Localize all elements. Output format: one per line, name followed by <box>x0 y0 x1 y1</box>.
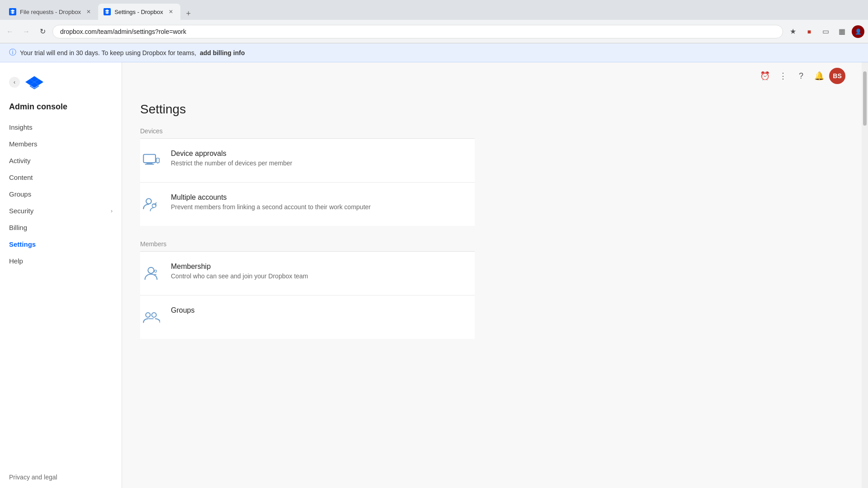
sidebar-item-activity[interactable]: Activity <box>0 152 122 169</box>
sidebar-item-help[interactable]: Help <box>0 253 122 269</box>
tab-title-2: Settings - Dropbox <box>114 9 163 15</box>
extensions-icon[interactable]: ▭ <box>819 25 832 38</box>
url-text: dropbox.com/team/admin/settings?role=wor… <box>60 28 775 35</box>
sidebar-item-billing[interactable]: Billing <box>0 219 122 236</box>
new-tab-button[interactable]: + <box>182 7 195 20</box>
svg-point-8 <box>155 270 157 272</box>
groups-settings-item[interactable]: Groups <box>140 296 475 339</box>
reload-button[interactable]: ↻ <box>36 25 49 38</box>
multiple-accounts-desc: Prevent members from linking a second ac… <box>171 203 475 211</box>
sidebar-item-groups[interactable]: Groups <box>0 186 122 202</box>
sidebar-item-settings-label: Settings <box>9 240 36 248</box>
bookmark-icon[interactable]: ★ <box>787 25 799 38</box>
info-banner: ⓘ Your trial will end in 30 days. To kee… <box>0 43 868 62</box>
membership-text: Membership Control who can see and join … <box>171 263 475 280</box>
sidebar-item-members-label: Members <box>9 140 38 148</box>
tab-file-requests[interactable]: File requests - Dropbox ✕ <box>4 4 98 20</box>
content-area: Settings Devices <box>122 84 862 488</box>
devices-settings-group: Device approvals Restrict the number of … <box>140 139 475 226</box>
svg-point-7 <box>148 267 154 273</box>
device-approvals-title: Device approvals <box>171 150 475 158</box>
browser-profile-avatar[interactable]: 👤 <box>852 25 864 38</box>
url-bar[interactable]: dropbox.com/team/admin/settings?role=wor… <box>52 25 783 38</box>
devices-section-label: Devices <box>140 127 475 139</box>
scrollbar-thumb[interactable] <box>863 71 867 126</box>
sidebar-item-help-label: Help <box>9 257 23 265</box>
multiple-accounts-title: Multiple accounts <box>171 193 475 202</box>
page-title: Settings <box>140 102 475 117</box>
svg-rect-4 <box>157 163 158 164</box>
sidebar-logo-area: ‹ <box>0 62 122 99</box>
scrollbar[interactable] <box>862 62 868 488</box>
address-right-icons: ★ ■ ▭ ▦ 👤 <box>787 25 864 38</box>
apps-grid-icon[interactable]: ⋮ <box>775 68 791 84</box>
device-approvals-desc: Restrict the number of devices per membe… <box>171 160 475 167</box>
sidebar-item-content-label: Content <box>9 174 33 181</box>
svg-rect-1 <box>146 163 152 164</box>
sidebar-item-insights[interactable]: Insights <box>0 119 122 136</box>
sidebar-collapse-button[interactable]: ‹ <box>9 77 20 88</box>
sidebar-item-billing-label: Billing <box>9 224 27 231</box>
members-section-label: Members <box>140 240 475 252</box>
tab-close-2[interactable]: ✕ <box>167 8 175 16</box>
groups-settings-title: Groups <box>171 306 475 314</box>
user-profile-avatar[interactable]: BS <box>829 68 845 84</box>
address-bar: ← → ↻ dropbox.com/team/admin/settings?ro… <box>0 20 868 43</box>
sidebar-item-security-label: Security <box>9 207 33 215</box>
multiple-accounts-text: Multiple accounts Prevent members from l… <box>171 193 475 211</box>
svg-point-10 <box>152 313 156 317</box>
top-header-icons: ⏰ ⋮ ? 🔔 BS <box>122 62 862 84</box>
svg-rect-0 <box>143 155 156 163</box>
tab-title-1: File requests - Dropbox <box>20 9 81 15</box>
sidebar-item-groups-label: Groups <box>9 190 31 198</box>
back-button[interactable]: ← <box>4 25 16 38</box>
sidebar-item-activity-label: Activity <box>9 157 31 164</box>
device-approvals-icon <box>140 150 162 171</box>
notification-bell-icon[interactable]: 🔔 <box>811 68 827 84</box>
svg-point-9 <box>146 313 150 317</box>
sidebar-nav: Insights Members Activity Content Groups… <box>0 119 122 466</box>
main-layout: ‹ Admin console Insights Members <box>0 62 868 488</box>
multiple-accounts-item[interactable]: Multiple accounts Prevent members from l… <box>140 183 475 226</box>
device-approvals-item[interactable]: Device approvals Restrict the number of … <box>140 139 475 183</box>
timer-icon[interactable]: ⏰ <box>757 68 773 84</box>
members-settings-group: Membership Control who can see and join … <box>140 252 475 339</box>
device-approvals-text: Device approvals Restrict the number of … <box>171 150 475 167</box>
add-billing-link[interactable]: add billing info <box>200 49 245 56</box>
tab-close-1[interactable]: ✕ <box>85 8 93 16</box>
membership-desc: Control who can see and join your Dropbo… <box>171 272 475 280</box>
admin-console-title: Admin console <box>0 99 122 119</box>
membership-title: Membership <box>171 263 475 271</box>
tab-favicon-1 <box>9 8 16 15</box>
sidebar-item-content[interactable]: Content <box>0 169 122 186</box>
membership-item[interactable]: Membership Control who can see and join … <box>140 252 475 296</box>
sidebar: ‹ Admin console Insights Members <box>0 62 122 488</box>
sidebar-item-security[interactable]: Security › <box>0 202 122 219</box>
sidebar-item-members[interactable]: Members <box>0 136 122 152</box>
chevron-right-icon: › <box>111 208 113 214</box>
groups-settings-text: Groups <box>171 306 475 316</box>
privacy-legal-link[interactable]: Privacy and legal <box>0 466 122 488</box>
tab-settings[interactable]: Settings - Dropbox ✕ <box>98 4 180 20</box>
sidebar-item-settings[interactable]: Settings <box>0 236 122 253</box>
help-circle-icon[interactable]: ? <box>793 68 809 84</box>
adblock-icon[interactable]: ■ <box>803 25 816 38</box>
membership-icon <box>140 263 162 284</box>
info-icon: ⓘ <box>9 48 16 57</box>
svg-point-5 <box>146 199 151 204</box>
svg-rect-2 <box>145 164 154 165</box>
browser-layout-icon[interactable]: ▦ <box>835 25 848 38</box>
banner-text: Your trial will end in 30 days. To keep … <box>20 49 196 56</box>
tab-favicon-2 <box>104 8 111 15</box>
dropbox-logo-icon <box>25 73 43 91</box>
groups-settings-icon <box>140 306 162 328</box>
tab-bar: File requests - Dropbox ✕ Settings - Dro… <box>0 0 868 20</box>
forward-button[interactable]: → <box>20 25 33 38</box>
sidebar-item-insights-label: Insights <box>9 123 33 131</box>
multiple-accounts-icon <box>140 193 162 215</box>
svg-rect-3 <box>156 158 160 163</box>
